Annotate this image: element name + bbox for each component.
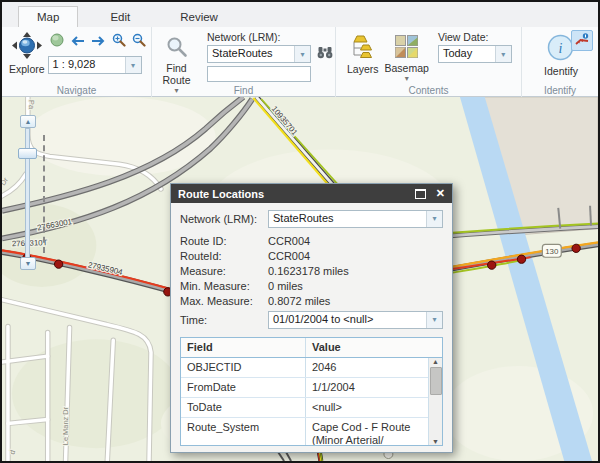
next-extent-icon[interactable] bbox=[91, 33, 106, 51]
max-measure-value: 0.8072 miles bbox=[268, 295, 330, 307]
street-label-pa: Pa bbox=[27, 100, 36, 110]
tab-review[interactable]: Review bbox=[162, 7, 236, 27]
svg-text:i: i bbox=[559, 41, 563, 56]
route-value-input[interactable] bbox=[207, 66, 311, 82]
tab-map[interactable]: Map bbox=[18, 6, 78, 27]
cell-field: ToDate bbox=[181, 398, 306, 417]
time-combobox[interactable]: 01/01/2004 to <null> ▾ bbox=[268, 311, 443, 329]
binoculars-icon[interactable] bbox=[317, 45, 333, 63]
zoom-slider-down-button[interactable]: ▼ bbox=[20, 257, 36, 270]
cell-value: Cape Cod - F Route (Minor Arterial/ Coll… bbox=[306, 418, 442, 446]
cell-field: Route_System bbox=[181, 418, 306, 446]
identify-route-locations-button[interactable] bbox=[571, 30, 593, 51]
route-id-label: Route ID: bbox=[180, 235, 268, 247]
min-measure-label: Min. Measure: bbox=[180, 280, 268, 292]
close-icon[interactable]: ✕ bbox=[436, 188, 445, 199]
view-date-combobox[interactable]: Today ▾ bbox=[438, 45, 512, 63]
layers-button[interactable]: Layers bbox=[344, 30, 382, 85]
group-label-contents: Contents bbox=[336, 85, 521, 96]
route-shield-130: 130 bbox=[542, 244, 561, 257]
explore-icon bbox=[12, 32, 42, 61]
app-window: Map Edit Review bbox=[0, 0, 600, 463]
explore-label: Explore bbox=[9, 63, 45, 75]
dialog-network-combobox[interactable]: StateRoutes ▾ bbox=[268, 210, 443, 228]
chevron-down-icon: ▾ bbox=[405, 76, 409, 81]
table-row[interactable]: ToDate <null> bbox=[181, 398, 442, 418]
explore-button[interactable]: Explore bbox=[6, 30, 48, 85]
tab-edit[interactable]: Edit bbox=[92, 7, 148, 27]
chevron-down-icon[interactable]: ▾ bbox=[426, 211, 442, 227]
maximize-icon[interactable] bbox=[415, 189, 426, 199]
min-measure-value: 0 miles bbox=[268, 280, 303, 292]
table-row[interactable]: Route_System Cape Cod - F Route (Minor A… bbox=[181, 418, 442, 446]
network-lrm-combobox[interactable]: StateRoutes ▾ bbox=[207, 45, 311, 63]
ribbon-tab-bar: Map Edit Review bbox=[2, 2, 598, 27]
fixed-zoom-in-icon[interactable] bbox=[112, 33, 126, 51]
ribbon: Map Edit Review bbox=[2, 2, 598, 97]
dialog-body: Network (LRM): StateRoutes ▾ Route ID:CC… bbox=[171, 203, 452, 452]
previous-extent-icon[interactable] bbox=[70, 33, 85, 51]
zoom-slider-up-button[interactable]: ▲ bbox=[20, 115, 36, 128]
map-scale-combobox[interactable]: 1 : 9,028 ▾ bbox=[48, 56, 142, 74]
basemap-button[interactable]: Basemap ▾ bbox=[382, 30, 432, 85]
scroll-up-icon[interactable]: ▲ bbox=[432, 358, 439, 365]
time-value: 01/01/2004 to <null> bbox=[269, 312, 426, 328]
group-find: Find Route ▾ Network (LRM): StateRoutes … bbox=[152, 27, 336, 97]
cell-value: <null> bbox=[306, 398, 442, 417]
fixed-zoom-out-icon[interactable] bbox=[132, 33, 146, 51]
dialog-title: Route Locations bbox=[178, 188, 264, 200]
basemap-icon bbox=[395, 35, 418, 60]
zoom-slider-ticks bbox=[43, 135, 45, 253]
find-route-label: Find Route bbox=[160, 62, 194, 86]
cell-value: 2046 bbox=[306, 358, 442, 377]
network-lrm-value: StateRoutes bbox=[208, 46, 294, 62]
zoom-slider-handle[interactable] bbox=[18, 148, 37, 159]
table-row[interactable]: OBJECTID 2046 bbox=[181, 358, 442, 378]
group-label-find: Find bbox=[152, 85, 335, 96]
scrollbar-thumb[interactable] bbox=[430, 367, 442, 395]
layers-label: Layers bbox=[347, 63, 379, 75]
chevron-down-icon[interactable]: ▾ bbox=[125, 57, 141, 73]
group-identify: i Identify Identify bbox=[522, 27, 598, 97]
column-header-value: Value bbox=[306, 338, 442, 357]
attributes-table: Field Value OBJECTID 2046 FromDate 1/1/2… bbox=[180, 337, 443, 446]
layers-icon bbox=[350, 35, 376, 61]
map-scale-value: 1 : 9,028 bbox=[49, 57, 125, 73]
cell-field: OBJECTID bbox=[181, 358, 306, 377]
dialog-network-value: StateRoutes bbox=[269, 211, 426, 227]
ribbon-groups: Explore bbox=[2, 27, 598, 97]
measure-label: Measure: bbox=[180, 265, 268, 277]
group-label-navigate: Navigate bbox=[2, 85, 151, 96]
identify-route-icon bbox=[575, 32, 589, 50]
group-navigate: Explore bbox=[2, 27, 152, 97]
chevron-down-icon[interactable]: ▾ bbox=[495, 46, 511, 62]
chevron-down-icon[interactable]: ▾ bbox=[294, 46, 310, 62]
street-label-le-manz-dr: Le Manz Dr bbox=[61, 406, 70, 445]
table-scrollbar[interactable]: ▲ ▼ bbox=[428, 358, 442, 445]
dialog-title-bar[interactable]: Route Locations ✕ bbox=[171, 184, 452, 203]
map-view[interactable]: 130 27663001 2766310T 27935904 10935701 … bbox=[2, 97, 598, 461]
chevron-down-icon[interactable]: ▾ bbox=[426, 312, 442, 328]
group-contents: Layers Basemap bbox=[336, 27, 522, 97]
find-route-icon bbox=[166, 36, 188, 60]
time-label: Time: bbox=[180, 314, 268, 326]
routeid-label: RouteId: bbox=[180, 250, 268, 262]
map-zoom-slider[interactable]: ▲ ▼ bbox=[18, 115, 60, 273]
view-date-label: View Date: bbox=[438, 31, 512, 43]
table-row[interactable]: FromDate 1/1/2004 bbox=[181, 378, 442, 398]
table-header: Field Value bbox=[181, 338, 442, 358]
find-route-button[interactable]: Find Route ▾ bbox=[156, 30, 197, 85]
full-extent-icon[interactable] bbox=[50, 33, 64, 51]
identify-label: Identify bbox=[544, 65, 578, 77]
max-measure-label: Max. Measure: bbox=[180, 295, 268, 307]
measure-value: 0.1623178 miles bbox=[268, 265, 349, 277]
routeid-value: CCR004 bbox=[268, 250, 310, 262]
cell-value: 1/1/2004 bbox=[306, 378, 442, 397]
network-lrm-label: Network (LRM): bbox=[207, 31, 333, 43]
route-id-value: CCR004 bbox=[268, 235, 310, 247]
scroll-down-icon[interactable]: ▼ bbox=[432, 438, 439, 445]
dialog-network-label: Network (LRM): bbox=[180, 213, 268, 225]
basemap-label: Basemap bbox=[385, 62, 429, 74]
shield-label: 130 bbox=[545, 247, 559, 256]
view-date-value: Today bbox=[439, 46, 495, 62]
